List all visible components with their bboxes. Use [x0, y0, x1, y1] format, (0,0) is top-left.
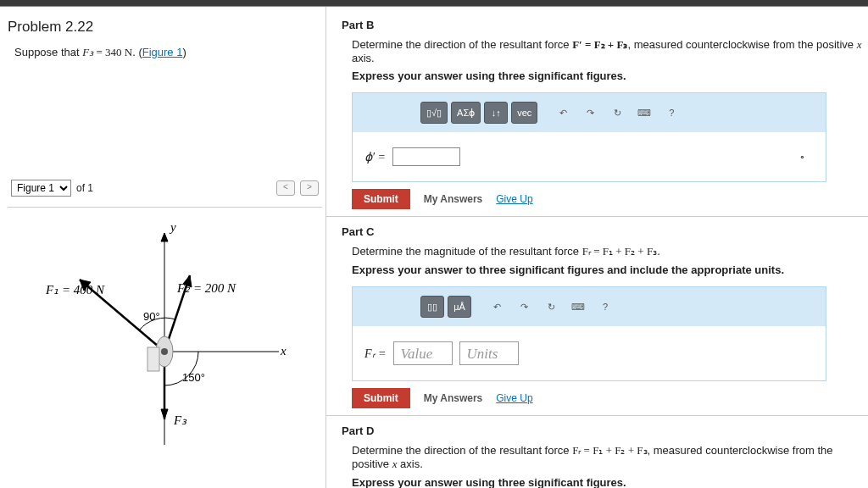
part-b-toolbar: ▯√▯ ΑΣϕ ↓↑ vec ↶ ↷ ↻ ⌨ ?	[352, 92, 826, 132]
figure-next-button[interactable]: >	[300, 180, 319, 196]
part-c-header: Part C	[326, 216, 868, 243]
problem-title: Problem 2.22	[4, 15, 326, 46]
part-b-post: , measured counterclockwise from the pos…	[627, 38, 856, 51]
part-c-post: .	[657, 245, 660, 258]
part-d-end: axis.	[397, 458, 422, 470]
part-d-header: Part D	[326, 415, 868, 442]
svg-marker-9	[161, 409, 168, 419]
give-up-link[interactable]: Give Up	[496, 392, 532, 404]
f2-label: F₂ = 200 N	[176, 281, 236, 295]
figure-canvas: y x F₁ = 400 N F₂ = 200 N F₃ 90° 150°	[8, 207, 322, 452]
give-up-link[interactable]: Give Up	[496, 193, 532, 205]
part-c-desc: Determine the magnitude of the resultant…	[352, 245, 868, 258]
keyboard-button[interactable]: ⌨	[566, 296, 590, 318]
greek-button[interactable]: ΑΣϕ	[451, 102, 481, 124]
suppose-eq: = 340 N	[93, 46, 132, 58]
problem-supposition: Suppose that F₃ = 340 N. (Figure 1)	[4, 46, 326, 59]
arrows-button[interactable]: ↓↑	[484, 102, 508, 124]
angle-90: 90°	[143, 310, 160, 323]
part-c-input-row: Fᵣ = Value Units	[352, 326, 826, 381]
help-button[interactable]: ?	[659, 102, 683, 124]
redo-button[interactable]: ↷	[512, 296, 536, 318]
part-b-body: Determine the direction of the resultant…	[326, 36, 868, 209]
angle-150: 150°	[182, 371, 205, 384]
svg-marker-1	[161, 233, 168, 241]
right-panel: Part B Determine the direction of the re…	[326, 7, 868, 488]
part-b-eq: F′ = F₂ + F₃	[572, 38, 627, 51]
part-b-pre: Determine the direction of the resultant…	[352, 38, 572, 51]
part-d-body: Determine the direction of the resultant…	[326, 442, 868, 488]
f1-label: F₁ = 400 N	[45, 283, 105, 297]
figure-prev-button[interactable]: <	[276, 180, 295, 196]
keyboard-button[interactable]: ⌨	[632, 102, 656, 124]
units-template-button[interactable]: ▯▯	[420, 296, 444, 318]
reset-button[interactable]: ↻	[539, 296, 563, 318]
part-c-instruction: Express your answer to three significant…	[352, 263, 868, 276]
part-d-desc: Determine the direction of the resultant…	[352, 444, 868, 471]
part-b-var-label: ϕ′ =	[364, 150, 386, 164]
y-axis-label: y	[169, 220, 176, 234]
svg-rect-12	[147, 347, 159, 371]
part-b-input-row: ϕ′ = ∘	[352, 132, 826, 182]
submit-button[interactable]: Submit	[352, 388, 410, 408]
undo-button[interactable]: ↶	[485, 296, 509, 318]
submit-button[interactable]: Submit	[352, 189, 410, 209]
part-b-instruction: Express your answer using three signific…	[352, 69, 868, 82]
suppose-close: )	[182, 46, 186, 58]
f3-label: F₃	[173, 413, 187, 427]
part-c-toolbar: ▯▯ µÅ ↶ ↷ ↻ ⌨ ?	[352, 286, 826, 326]
part-b-header: Part B	[326, 10, 868, 36]
x-axis-label: x	[280, 344, 287, 358]
undo-button[interactable]: ↶	[551, 102, 575, 124]
degree-unit: ∘	[799, 152, 805, 163]
force-diagram: y x F₁ = 400 N F₂ = 200 N F₃ 90° 150°	[8, 216, 321, 453]
part-c-var-label: Fᵣ =	[364, 347, 387, 361]
suppose-pre: Suppose that	[14, 46, 82, 58]
left-panel: Problem 2.22 Suppose that F₃ = 340 N. (F…	[0, 7, 326, 488]
my-answers-label: My Answers	[424, 193, 483, 205]
vec-button[interactable]: vec	[511, 102, 537, 124]
template-button[interactable]: ▯√▯	[420, 102, 448, 124]
redo-button[interactable]: ↷	[578, 102, 602, 124]
part-c-answer-box: ▯▯ µÅ ↶ ↷ ↻ ⌨ ? Fᵣ = Value Units	[352, 286, 826, 381]
part-c-actions: Submit My Answers Give Up	[352, 388, 868, 408]
part-b-actions: Submit My Answers Give Up	[352, 189, 868, 209]
part-b-axis: x	[857, 38, 862, 51]
figure-select[interactable]: Figure 1	[11, 180, 71, 197]
reset-button[interactable]: ↻	[605, 102, 629, 124]
part-c-units-input[interactable]: Units	[459, 341, 519, 365]
micro-button[interactable]: µÅ	[448, 296, 471, 318]
help-button[interactable]: ?	[593, 296, 617, 318]
part-c-pre: Determine the magnitude of the resultant…	[352, 245, 582, 258]
part-d-eq: Fᵣ = F₁ + F₂ + F₃	[572, 444, 647, 457]
suppose-var: F₃	[82, 46, 93, 58]
part-d-instruction: Express your answer using three signific…	[352, 476, 868, 488]
suppose-post: . (	[132, 46, 142, 58]
part-c-eq: Fᵣ = F₁ + F₂ + F₃	[582, 245, 657, 258]
app-top-bar	[0, 0, 868, 7]
figure-count: of 1	[76, 182, 93, 194]
svg-point-11	[161, 348, 168, 355]
part-b-desc: Determine the direction of the resultant…	[352, 38, 868, 64]
part-b-end: axis.	[352, 52, 375, 64]
part-c-body: Determine the magnitude of the resultant…	[326, 243, 868, 408]
part-c-value-input[interactable]: Value	[393, 341, 453, 365]
part-d-pre: Determine the direction of the resultant…	[352, 444, 572, 457]
my-answers-label: My Answers	[424, 392, 483, 404]
part-b-answer-input[interactable]	[392, 147, 460, 166]
part-b-answer-box: ▯√▯ ΑΣϕ ↓↑ vec ↶ ↷ ↻ ⌨ ? ϕ′ = ∘	[352, 92, 826, 182]
figure-link[interactable]: Figure 1	[142, 46, 183, 58]
figure-nav-bar: Figure 1 of 1 < >	[4, 178, 326, 198]
